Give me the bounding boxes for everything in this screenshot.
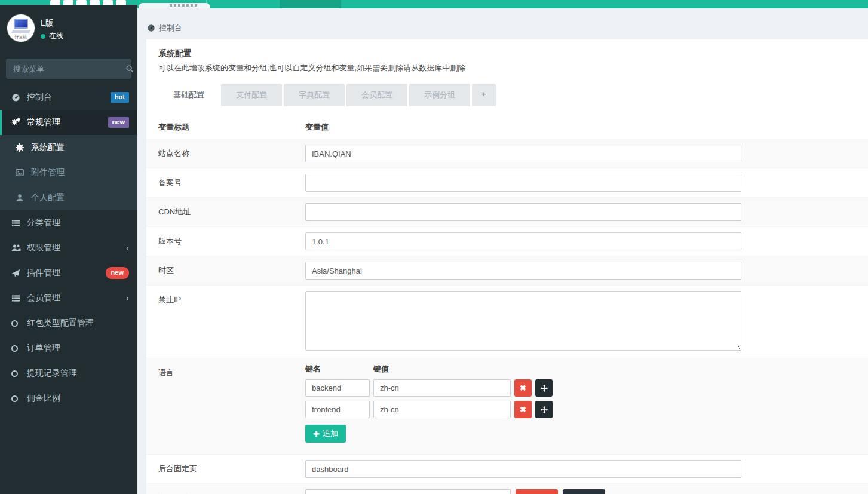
avatar-caption: 计算机 [7, 35, 35, 41]
sidebar-item-auth[interactable]: 权限管理 ‹ [0, 235, 137, 260]
tachometer-icon [147, 24, 155, 32]
qrcode-input[interactable] [305, 489, 511, 494]
chevron-left-icon: ‹ [126, 243, 129, 253]
delete-row-button[interactable]: ✖ [514, 401, 532, 418]
image-icon [16, 168, 31, 177]
col-header-title: 变量标题 [158, 122, 305, 133]
form-row-qrcode: 客服二维码 上传 选择 [146, 483, 868, 494]
gears-icon [11, 118, 27, 127]
tab-basic[interactable]: 基础配置 [158, 84, 219, 106]
add-tab-button[interactable]: + [472, 84, 496, 106]
topbar-active-item[interactable] [280, 0, 341, 8]
circle-o-icon [11, 345, 27, 352]
cdn-url-input[interactable] [305, 203, 741, 221]
gear-icon [16, 143, 31, 152]
plus-icon: ✚ [313, 429, 320, 438]
language-row-backend: ✖ [305, 379, 868, 397]
sidebar-item-general[interactable]: 常规管理 new [0, 110, 137, 135]
form-row-cdn: CDN地址 [146, 197, 868, 226]
tab-member[interactable]: 会员配置 [346, 84, 407, 106]
form-row-version: 版本号 [146, 226, 868, 256]
beian-input[interactable] [305, 174, 741, 192]
menu-search [6, 59, 131, 79]
sidebar-item-dashboard[interactable]: 控制台 hot [0, 85, 137, 110]
drag-row-button[interactable] [535, 379, 553, 397]
sidebar-item-category[interactable]: 分类管理 [0, 210, 137, 235]
lang-value-input[interactable] [373, 379, 511, 397]
avatar[interactable]: 计算机 [7, 14, 35, 42]
x-icon: ✖ [520, 405, 526, 414]
online-dot-icon [41, 34, 45, 39]
form-row-timezone: 时区 [146, 256, 868, 285]
new-badge: new [108, 117, 129, 127]
lang-key-input[interactable] [305, 401, 370, 418]
sidebar-item-profile[interactable]: 个人配置 [0, 185, 137, 210]
form-row-forbidden-ip: 禁止IP [146, 285, 868, 358]
new-badge: new [106, 267, 129, 278]
sidebar-item-addons[interactable]: 插件管理 new [0, 260, 137, 286]
tab-dictionary[interactable]: 字典配置 [284, 84, 345, 106]
user-status: 在线 [41, 31, 63, 41]
form-row-fixed-page: 后台固定页 [146, 454, 868, 483]
lang-value-input[interactable] [373, 401, 511, 418]
arrows-move-icon [540, 406, 548, 414]
tab-example[interactable]: 示例分组 [409, 84, 470, 106]
form-row-site-name: 站点名称 [146, 139, 868, 168]
sidebar-item-commission[interactable]: 佣金比例 [0, 386, 137, 411]
fixed-page-input[interactable] [305, 460, 741, 478]
search-icon[interactable] [125, 59, 134, 79]
list-icon [11, 294, 27, 303]
computer-icon [14, 19, 28, 29]
choose-button[interactable]: 选择 [563, 489, 605, 494]
table-header: 变量标题 变量值 [146, 116, 868, 139]
col-header-value: 变量值 [305, 122, 868, 133]
sidebar-menu: 控制台 hot 常规管理 new 系统配置 附件管理 个人配置 [0, 85, 137, 411]
language-row-frontend: ✖ [305, 401, 868, 418]
chevron-left-icon: ‹ [126, 293, 129, 303]
config-panel: 系统配置 可以在此增改系统的变量和分组,也可以自定义分组和变量,如果需要删除请从… [146, 39, 868, 494]
config-form: 变量标题 变量值 站点名称 备案号 CDN地址 版本号 [146, 116, 868, 494]
hot-badge: hot [111, 92, 129, 102]
append-button[interactable]: ✚ 追加 [305, 425, 346, 443]
top-tabs-remnant[interactable] [139, 3, 210, 8]
forbidden-ip-textarea[interactable] [305, 291, 741, 351]
site-name-input[interactable] [305, 145, 741, 162]
circle-o-icon [11, 370, 27, 377]
user-name: L版 [41, 18, 54, 29]
arrows-move-icon [540, 384, 548, 392]
main-content: 控制台 系统配置 可以在此增改系统的变量和分组,也可以自定义分组和变量,如果需要… [137, 8, 868, 494]
delete-row-button[interactable]: ✖ [514, 379, 532, 397]
sidebar-item-orders[interactable]: 订单管理 [0, 336, 137, 361]
version-input[interactable] [305, 232, 741, 250]
sidebar-item-attachments[interactable]: 附件管理 [0, 160, 137, 185]
page-subtitle: 可以在此增改系统的变量和分组,也可以自定义分组和变量,如果需要删除请从数据库中删… [158, 63, 856, 73]
breadcrumb: 控制台 [137, 8, 868, 39]
sidebar-item-redpacket-type[interactable]: 红包类型配置管理 [0, 311, 137, 336]
sidebar-item-members[interactable]: 会员管理 ‹ [0, 286, 137, 311]
tachometer-icon [11, 93, 27, 102]
circle-o-icon [11, 320, 27, 327]
form-row-beian: 备案号 [146, 168, 868, 197]
sidebar-item-system-config[interactable]: 系统配置 [0, 135, 137, 160]
circle-o-icon [11, 395, 27, 402]
drag-row-button[interactable] [535, 401, 553, 418]
sidebar-item-withdraw-log[interactable]: 提现记录管理 [0, 361, 137, 386]
sidebar: 计算机 L版 在线 控制台 hot 常规管 [0, 5, 137, 494]
user-icon [16, 194, 31, 202]
tab-payment[interactable]: 支付配置 [221, 84, 282, 106]
paper-plane-icon [11, 269, 27, 278]
users-icon [11, 243, 27, 253]
admin-page: 计算机 L版 在线 控制台 hot 常规管 [0, 0, 868, 494]
upload-button[interactable]: 上传 [516, 489, 558, 494]
page-title: 系统配置 [158, 48, 856, 59]
form-row-language: 语言 键名 键值 ✖ [146, 358, 868, 454]
x-icon: ✖ [520, 383, 526, 392]
user-panel: 计算机 L版 在线 [0, 5, 137, 54]
list-icon [11, 219, 27, 228]
timezone-input[interactable] [305, 262, 741, 280]
kv-headers: 键名 键值 [305, 364, 868, 375]
search-input[interactable] [6, 65, 125, 73]
lang-key-input[interactable] [305, 379, 370, 397]
config-tabs: 基础配置 支付配置 字典配置 会员配置 示例分组 + [146, 84, 868, 106]
